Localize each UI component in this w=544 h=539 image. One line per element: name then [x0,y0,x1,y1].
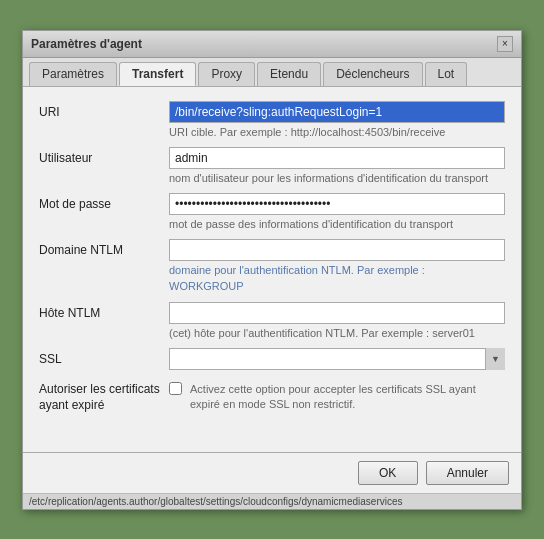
autoriser-field-col: Activez cette option pour accepter les c… [169,378,505,411]
title-bar: Paramètres d'agent × [23,31,521,58]
uri-input[interactable] [169,101,505,123]
tab-etendu[interactable]: Etendu [257,62,321,86]
ssl-label: SSL [39,348,169,368]
tab-lot[interactable]: Lot [425,62,468,86]
hote-ntlm-field-col: (cet) hôte pour l'authentification NTLM.… [169,302,505,340]
agent-settings-dialog: Paramètres d'agent × Paramètres Transfer… [22,30,522,510]
ok-button[interactable]: OK [358,461,418,485]
ssl-row: SSL default clientauth relaxed ▼ [39,348,505,370]
dialog-footer: OK Annuler [23,452,521,493]
uri-field-col: URI cible. Par exemple : http://localhos… [169,101,505,139]
uri-hint: URI cible. Par exemple : http://localhos… [169,125,505,139]
hote-ntlm-input[interactable] [169,302,505,324]
dialog-title: Paramètres d'agent [31,37,142,51]
domaine-ntlm-hint: domaine pour l'authentification NTLM. Pa… [169,263,505,294]
domaine-ntlm-field-col: domaine pour l'authentification NTLM. Pa… [169,239,505,294]
utilisateur-input[interactable] [169,147,505,169]
domaine-ntlm-row: Domaine NTLM domaine pour l'authentifica… [39,239,505,294]
mot-de-passe-row: Mot de passe mot de passe des informatio… [39,193,505,231]
uri-label: URI [39,101,169,121]
mot-de-passe-input[interactable] [169,193,505,215]
autoriser-row: Autoriser les certificats ayant expiré A… [39,378,505,413]
tabs-bar: Paramètres Transfert Proxy Etendu Déclen… [23,58,521,87]
ssl-select-wrapper: default clientauth relaxed ▼ [169,348,505,370]
ssl-select[interactable]: default clientauth relaxed [169,348,505,370]
autoriser-label: Autoriser les certificats ayant expiré [39,378,169,413]
uri-row: URI URI cible. Par exemple : http://loca… [39,101,505,139]
ssl-field-col: default clientauth relaxed ▼ [169,348,505,370]
tab-declencheurs[interactable]: Déclencheurs [323,62,422,86]
domaine-ntlm-label: Domaine NTLM [39,239,169,259]
tab-proxy[interactable]: Proxy [198,62,255,86]
tab-transfert[interactable]: Transfert [119,62,196,86]
status-bar: /etc/replication/agents.author/globaltes… [23,493,521,509]
hote-ntlm-row: Hôte NTLM (cet) hôte pour l'authentifica… [39,302,505,340]
close-button[interactable]: × [497,36,513,52]
hote-ntlm-label: Hôte NTLM [39,302,169,322]
hote-ntlm-hint: (cet) hôte pour l'authentification NTLM.… [169,326,505,340]
autoriser-checkbox[interactable] [169,382,182,395]
form-content: URI URI cible. Par exemple : http://loca… [23,87,521,452]
tab-parametres[interactable]: Paramètres [29,62,117,86]
autoriser-hint: Activez cette option pour accepter les c… [190,382,505,411]
mot-de-passe-hint: mot de passe des informations d'identifi… [169,217,505,231]
utilisateur-field-col: nom d'utilisateur pour les informations … [169,147,505,185]
utilisateur-label: Utilisateur [39,147,169,167]
mot-de-passe-label: Mot de passe [39,193,169,213]
mot-de-passe-field-col: mot de passe des informations d'identifi… [169,193,505,231]
cancel-button[interactable]: Annuler [426,461,509,485]
domaine-ntlm-input[interactable] [169,239,505,261]
utilisateur-hint: nom d'utilisateur pour les informations … [169,171,505,185]
utilisateur-row: Utilisateur nom d'utilisateur pour les i… [39,147,505,185]
autoriser-checkbox-row: Activez cette option pour accepter les c… [169,380,505,411]
